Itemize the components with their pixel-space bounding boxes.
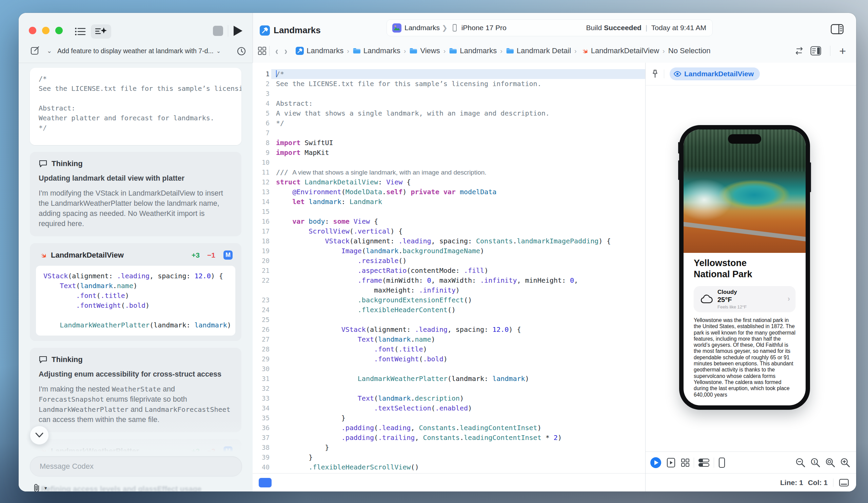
forward-button[interactable]: ›	[281, 44, 291, 57]
preview-tab-separator	[664, 70, 664, 78]
code-line	[271, 128, 645, 138]
sidebar-list-icon[interactable]	[73, 24, 88, 39]
hammer-icon	[296, 47, 304, 55]
line-number: 22	[252, 275, 270, 285]
line-number: 31	[252, 374, 270, 384]
code-line: LandmarkWeatherPlatter(landmark: landmar…	[43, 320, 228, 330]
breadcrumb-item[interactable]: Landmarks	[449, 46, 497, 55]
breadcrumb-item[interactable]: Landmarks	[353, 46, 401, 55]
status-separator	[833, 479, 834, 487]
line-number: 26	[252, 325, 270, 335]
zoom-to-fit-icon[interactable]	[825, 458, 836, 468]
code-line: }	[271, 413, 645, 423]
landmark-description: Yellowstone was the first national park …	[694, 317, 795, 398]
minimize-window-button[interactable]	[42, 27, 50, 34]
destination-name: iPhone 17 Pro	[462, 24, 507, 32]
line-number: 3	[252, 89, 270, 98]
thinking-card[interactable]: ThinkingAdjusting enum accessibility for…	[30, 348, 241, 432]
message-placeholder: Message Codex	[40, 462, 94, 471]
pin-icon[interactable]	[651, 69, 659, 78]
code-line: LandmarkWeatherPlatter(landmark: landmar…	[271, 374, 645, 384]
editor-options-icon[interactable]	[810, 46, 821, 55]
breadcrumb-label: Views	[420, 46, 440, 55]
build-status[interactable]: Build Succeeded | Today at 9:41 AM	[586, 24, 713, 32]
code-line: /*	[39, 74, 232, 84]
code-line: ScrollView(.vertical) {	[271, 227, 645, 236]
code-review-icon[interactable]	[794, 46, 804, 56]
code-line: }	[271, 452, 645, 462]
diff-deletions: −1	[207, 251, 215, 259]
editor-controls: +	[794, 39, 846, 63]
breadcrumb-chevron-icon: ›	[343, 47, 353, 55]
weather-platter[interactable]: Cloudy 25°F Feels like 12°F ›	[694, 286, 795, 312]
ghost-status-text: Refining access levels and glassEffect u…	[41, 485, 231, 492]
file-diff-card[interactable]: LandmarkDetailView+3−1MVStack(alignment:…	[30, 243, 241, 341]
line-number: 16	[252, 217, 270, 227]
stop-button[interactable]	[213, 26, 223, 36]
zoom-in-icon[interactable]	[840, 458, 850, 468]
zoom-window-button[interactable]	[55, 27, 63, 34]
breadcrumb-item[interactable]: Landmark Detail	[506, 46, 571, 55]
code-line: .aspectRatio(contentMode: .fill)	[271, 266, 645, 275]
jump-bar-separator	[830, 46, 830, 56]
thinking-card[interactable]: ThinkingUpdating landmark detail view wi…	[30, 152, 241, 236]
code-line: .fontWeight(.bold)	[43, 301, 228, 311]
preview-panel: LandmarkDetailView Yel	[645, 63, 856, 492]
breadcrumb-item[interactable]: LandmarkDetailView	[580, 46, 659, 55]
zoom-out-icon[interactable]	[795, 458, 806, 468]
close-window-button[interactable]	[29, 27, 36, 34]
window-title: Landmarks	[260, 25, 321, 35]
preview-tab[interactable]: LandmarkDetailView	[670, 67, 760, 80]
run-button[interactable]	[234, 26, 242, 36]
selectable-preview-icon[interactable]	[666, 458, 675, 468]
code-line	[271, 315, 645, 325]
live-preview-button[interactable]	[650, 457, 661, 468]
scheme-selector[interactable]: Landmarks	[387, 23, 440, 33]
breadcrumb-item[interactable]: No Selection	[668, 46, 711, 55]
line-number: 23	[252, 295, 270, 305]
preview-canvas[interactable]: Yellowstone National Park Cloudy 25°F Fe…	[645, 85, 856, 451]
code-line: .flexibleHeaderContent()	[271, 305, 645, 315]
line-number: 38	[252, 443, 270, 452]
line-number: 18	[252, 236, 270, 246]
breadcrumb-item[interactable]: Views	[409, 46, 440, 55]
folder-icon	[353, 47, 361, 55]
weather-condition: Cloudy	[717, 289, 747, 295]
breadcrumb-item[interactable]: Landmarks	[296, 46, 343, 55]
sparkle-icon	[101, 28, 107, 33]
ai-assistant-toggle-button[interactable]	[91, 24, 111, 39]
focus-marker[interactable]	[259, 478, 271, 488]
history-clock-icon[interactable]	[237, 47, 246, 55]
code-snippet-card: /*See the LICENSE.txt file for this samp…	[30, 68, 241, 145]
chevron-right-icon: ›	[788, 295, 790, 303]
related-items-icon[interactable]	[258, 46, 267, 55]
destination-selector[interactable]: iPhone 17 Pro	[450, 24, 507, 32]
variants-grid-icon[interactable]	[681, 458, 690, 467]
code-line: Weather platter and forecast for landmar…	[39, 113, 232, 123]
diff-additions: +2	[192, 447, 200, 455]
session-title[interactable]: Add feature to display weather at landma…	[57, 47, 214, 55]
breadcrumb-label: No Selection	[668, 46, 711, 55]
back-button[interactable]: ‹	[272, 44, 281, 57]
code-line: .padding(.leading, Constants.leadingCont…	[271, 423, 645, 433]
device-settings-icon[interactable]	[718, 457, 726, 468]
code-line	[271, 207, 645, 217]
svg-text:1: 1	[814, 460, 816, 464]
message-input[interactable]: Message Codex	[30, 456, 242, 476]
attachment-controls[interactable]: ▾	[32, 483, 47, 492]
cloud-icon	[701, 295, 713, 303]
inspector-toggle-button[interactable]	[829, 22, 845, 36]
chevron-down-icon[interactable]: ⌄	[47, 47, 52, 55]
minimap-toggle-icon[interactable]	[839, 479, 849, 487]
code-line: A view that shows a single landmark, wit…	[271, 108, 645, 118]
color-scheme-variants-icon[interactable]	[698, 458, 710, 468]
zoom-actual-size-icon[interactable]: 1	[810, 458, 820, 468]
thinking-body: I'm making the nested WeatherState and F…	[39, 384, 232, 425]
code-line: import SwiftUI	[271, 138, 645, 148]
new-session-button[interactable]	[31, 46, 40, 55]
code-line: @Environment(ModelData.self) private var…	[271, 187, 645, 197]
speech-bubble-icon	[39, 356, 48, 364]
code-line: See the LICENSE.txt file for this sample…	[39, 84, 232, 94]
scroll-to-bottom-button[interactable]	[30, 426, 49, 445]
add-editor-button[interactable]: +	[839, 44, 846, 57]
